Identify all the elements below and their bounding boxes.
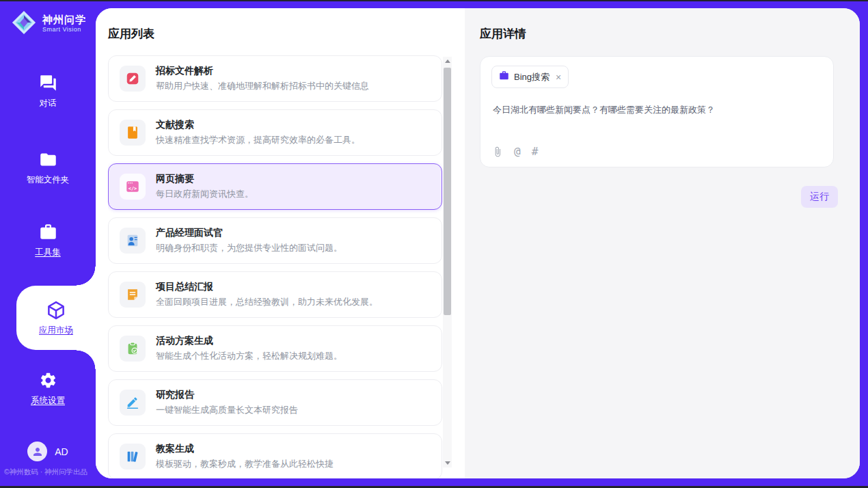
app-card-title: 教案生成 [156, 443, 334, 455]
app-detail-title: 应用详情 [480, 26, 526, 42]
logo-title: 神州问学 [42, 14, 86, 26]
app-card-desc: 全面回顾项目进展，总结经验教训，助力未来优化发展。 [156, 296, 378, 308]
tool-tag-bing-search[interactable]: Bing搜索 × [491, 66, 569, 88]
app-detail-pane: 应用详情 Bing搜索 × 今日湖北有哪些新闻要点？有哪些需要关注的最新政策？ … [465, 8, 860, 478]
report-note-icon [120, 282, 146, 308]
briefcase-icon [499, 70, 509, 83]
app-card-title: 研究报告 [156, 389, 298, 401]
paperclip-icon[interactable] [492, 146, 503, 157]
app-list-title: 应用列表 [108, 26, 154, 42]
app-card-desc: 一键智能生成高质量长文本研究报告 [156, 404, 298, 416]
sidebar: 神州问学 Smart Vision 对话 智能文件夹 工具集 应用市场 [0, 0, 96, 488]
quill-icon [120, 390, 146, 416]
browser-code-icon: </> [120, 174, 146, 200]
app-card[interactable]: 活动方案生成智能生成个性化活动方案，轻松解决规划难题。 [108, 325, 442, 372]
logo-subtitle: Smart Vision [42, 27, 86, 33]
scrollbar-down-icon[interactable] [443, 459, 452, 467]
app-list-pane: 应用列表 招标文件解析帮助用户快速、准确地理解和解析招标书中的关键信息文献搜索快… [96, 8, 465, 478]
document-edit-icon [120, 66, 146, 92]
user-name: AD [55, 446, 68, 457]
chat-icon [39, 74, 57, 92]
diamond-logo-icon [11, 10, 37, 38]
app-card-desc: 明确身份和职责，为您提供专业性的面试问题。 [156, 242, 342, 254]
folder-icon [39, 150, 57, 169]
sidebar-item-label: 对话 [40, 98, 57, 109]
app-card-title: 活动方案生成 [156, 335, 342, 347]
clipboard-check-icon [120, 336, 146, 362]
sidebar-item-app-market[interactable]: 应用市场 [16, 286, 96, 350]
sidebar-item-smart-folder[interactable]: 智能文件夹 [0, 150, 96, 186]
app-card[interactable]: 招标文件解析帮助用户快速、准确地理解和解析招标书中的关键信息 [108, 55, 442, 102]
scrollbar-thumb[interactable] [444, 68, 451, 315]
book-icon [120, 120, 146, 146]
interview-icon [120, 228, 146, 254]
app-card-desc: 模板驱动，教案秒成，教学准备从此轻松快捷 [156, 458, 334, 470]
sidebar-item-label: 应用市场 [39, 325, 73, 336]
scrollbar-up-icon[interactable] [443, 57, 452, 66]
sidebar-item-settings[interactable]: 系统设置 [0, 371, 96, 407]
app-card-desc: 帮助用户快速、准确地理解和解析招标书中的关键信息 [156, 80, 369, 92]
hash-icon[interactable]: # [532, 146, 539, 158]
app-card-title: 招标文件解析 [156, 65, 369, 77]
toolbox-icon [39, 223, 57, 241]
app-card[interactable]: 产品经理面试官明确身份和职责，为您提供专业性的面试问题。 [108, 217, 442, 264]
app-card-title: 文献搜索 [156, 119, 360, 131]
gear-icon [39, 371, 57, 390]
app-card[interactable]: 教案生成模板驱动，教案秒成，教学准备从此轻松快捷 [108, 433, 442, 478]
cube-icon [46, 300, 66, 321]
prompt-input-card[interactable]: Bing搜索 × 今日湖北有哪些新闻要点？有哪些需要关注的最新政策？ @# [480, 56, 834, 167]
app-card[interactable]: 项目总结汇报全面回顾项目进展，总结经验教训，助力未来优化发展。 [108, 271, 442, 318]
app-card-title: 产品经理面试官 [156, 227, 342, 239]
app-card-desc: 每日政府新闻资讯快查。 [156, 188, 254, 200]
app-list-scrollbar[interactable] [443, 57, 452, 467]
close-icon[interactable]: × [556, 72, 561, 82]
sidebar-item-label: 工具集 [35, 247, 61, 258]
user-avatar-icon [27, 442, 47, 461]
run-button[interactable]: 运行 [801, 186, 838, 208]
app-card-list: 招标文件解析帮助用户快速、准确地理解和解析招标书中的关键信息文献搜索快速精准查找… [108, 55, 442, 478]
sidebar-item-label: 智能文件夹 [27, 174, 70, 186]
sidebar-footer: ©神州数码 · 神州问学出品 [4, 467, 96, 477]
app-card-desc: 智能生成个性化活动方案，轻松解决规划难题。 [156, 350, 342, 362]
app-card-title: 网页摘要 [156, 173, 254, 185]
mention-icon[interactable]: @ [514, 146, 521, 158]
sidebar-item-chat[interactable]: 对话 [0, 74, 96, 109]
user-account[interactable]: AD [0, 442, 96, 461]
app-card-title: 项目总结汇报 [156, 281, 378, 293]
svg-text:</>: </> [128, 186, 137, 191]
books-icon [120, 444, 146, 470]
prompt-toolbar: @# [492, 146, 538, 158]
window-top-edge [0, 0, 868, 1]
app-card[interactable]: 研究报告一键智能生成高质量长文本研究报告 [108, 379, 442, 426]
sidebar-item-label: 系统设置 [31, 395, 65, 407]
sidebar-item-toolset[interactable]: 工具集 [0, 223, 96, 258]
app-logo: 神州问学 Smart Vision [11, 10, 86, 38]
app-card[interactable]: 文献搜索快速精准查找学术资源，提高研究效率的必备工具。 [108, 109, 442, 156]
tool-tag-label: Bing搜索 [514, 71, 550, 83]
prompt-text[interactable]: 今日湖北有哪些新闻要点？有哪些需要关注的最新政策？ [493, 103, 822, 117]
app-card-desc: 快速精准查找学术资源，提高研究效率的必备工具。 [156, 134, 360, 146]
main-panel: 应用列表 招标文件解析帮助用户快速、准确地理解和解析招标书中的关键信息文献搜索快… [96, 8, 860, 478]
app-card[interactable]: </>网页摘要每日政府新闻资讯快查。 [108, 163, 442, 210]
